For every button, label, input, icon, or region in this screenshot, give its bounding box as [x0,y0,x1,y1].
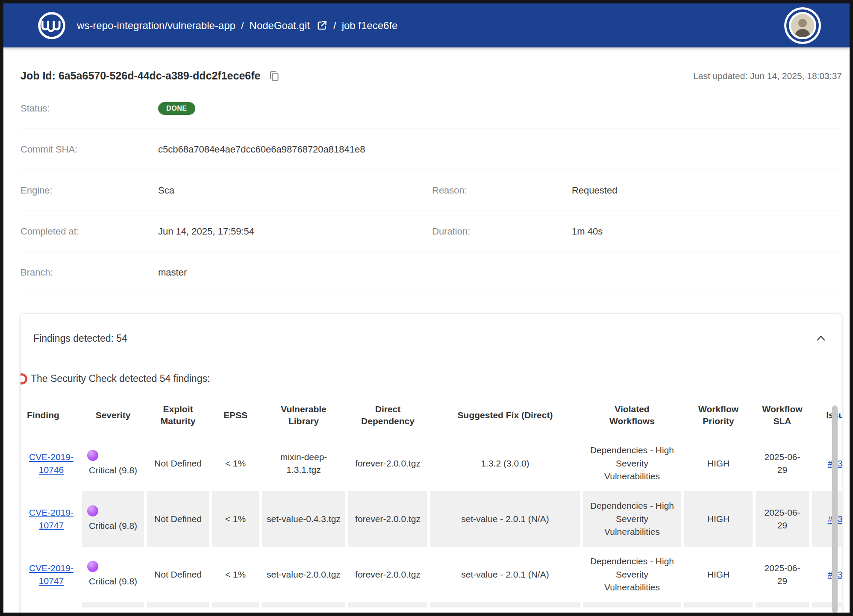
detail-row-status: Status: DONE [21,88,842,129]
cell-exploit: Not Defined [147,436,209,491]
cell-fix: 1.3.2 (3.0.0) [430,436,580,491]
detail-row-commit: Commit SHA: c5cb68a7084e4ae7dcc60e6a9876… [21,129,842,170]
cell-dependency: forever-2.0.0.tgz [348,436,427,491]
cell-severity [82,602,144,607]
cell-dependency: forever-2.0.0.tgz [348,547,427,602]
cell-priority: HIGH [684,436,753,491]
cell-fix: set-value - 2.0.1 (N/A) [430,491,580,547]
commit-sha-value: c5cb68a7084e4ae7dcc60e6a98768720a81841e8 [158,144,432,155]
job-header: Job Id: 6a5a6570-526d-44dc-a389-ddc2f1ec… [21,70,842,82]
column-header-severity: Severity [82,395,144,436]
finding-row [24,602,842,607]
alert-icon [21,373,27,384]
cell-epss: < 1% [212,436,259,491]
status-label: Status: [21,103,158,114]
cell-epss [212,602,259,607]
reason-label: Reason: [432,185,572,196]
breadcrumb: ws-repo-integration/vulnerable-app / Nod… [77,20,397,32]
cell-finding: CVE-2019-10747 [24,547,79,602]
column-header-workflows: Violated Workflows [583,395,681,436]
breadcrumb-job: job f1ece6fe [342,20,398,32]
commit-sha-label: Commit SHA: [21,144,158,155]
status-badge: DONE [158,102,195,115]
cell-priority: HIGH [684,491,753,547]
cell-workflows: Dependencies - High Severity Vulnerabili… [583,436,681,491]
table-header-row: FindingSeverityExploit MaturityEPSSVulne… [24,395,842,436]
cell-sla [756,602,809,607]
findings-intro: The Security Check detected 54 findings: [21,373,842,384]
cell-priority: HIGH [684,547,753,602]
external-link-icon[interactable] [316,20,328,31]
job-id-title: Job Id: 6a5a6570-526d-44dc-a389-ddc2f1ec… [21,70,280,82]
vertical-scrollbar[interactable] [832,405,838,613]
completed-at-value: Jun 14, 2025, 17:59:54 [158,226,432,237]
mend-logo-icon[interactable] [38,12,66,40]
completed-at-label: Completed at: [21,226,158,237]
findings-card: Findings detected: 54 The Security Check… [21,314,842,616]
last-updated-text: Last updated: Jun 14, 2025, 18:03:37 [693,71,842,82]
cell-workflows: Dependencies - High Severity Vulnerabili… [583,491,681,547]
finding-row: CVE-2019-10747Critical (9.8)Not Defined<… [24,491,842,547]
cell-library: set-value-2.0.0.tgz [262,547,345,602]
column-header-sla: Workflow SLA [756,395,809,436]
duration-label: Duration: [432,226,572,237]
top-navbar: ws-repo-integration/vulnerable-app / Nod… [3,3,850,47]
cell-sla: 2025-06-29 [756,436,809,491]
cell-dependency [348,602,427,607]
severity-text: Critical (9.8) [89,576,137,586]
finding-row: CVE-2019-10747Critical (9.8)Not Defined<… [24,547,842,602]
findings-table: FindingSeverityExploit MaturityEPSSVulne… [21,395,842,607]
column-header-epss: EPSS [212,395,259,436]
user-avatar[interactable] [789,12,816,39]
cell-epss: < 1% [212,547,259,602]
branch-value: master [158,267,432,278]
cell-priority [684,602,753,607]
finding-row: CVE-2019-10746Critical (9.8)Not Defined<… [24,436,842,491]
collapse-chevron-up-icon[interactable] [815,332,827,345]
cell-workflows [583,602,681,607]
reason-value: Requested [572,185,842,196]
severity-dot [87,450,98,461]
detail-row-completed-duration: Completed at: Jun 14, 2025, 17:59:54 Dur… [21,211,842,252]
detail-row-engine-reason: Engine: Sca Reason: Requested [21,170,842,211]
severity-dot [87,561,98,572]
breadcrumb-project-link[interactable]: NodeGoat.git [250,20,310,32]
cell-sla: 2025-06-29 [756,547,809,602]
cell-finding: CVE-2019-10746 [24,436,79,491]
job-id-label: Job Id: [21,70,56,82]
cell-exploit: Not Defined [147,491,209,547]
copy-icon[interactable] [269,70,280,82]
cell-exploit [147,602,209,607]
cell-finding [24,602,79,607]
engine-value: Sca [158,185,432,196]
severity-dot [87,505,98,516]
main-content: Job Id: 6a5a6570-526d-44dc-a389-ddc2f1ec… [3,70,850,616]
cell-library: mixin-deep-1.3.1.tgz [262,436,345,491]
cell-severity: Critical (9.8) [82,547,144,602]
cell-sla: 2025-06-29 [756,491,809,547]
findings-card-header: Findings detected: 54 [21,326,842,345]
breadcrumb-repo-link[interactable]: ws-repo-integration/vulnerable-app [77,20,235,32]
branch-label: Branch: [21,267,158,278]
cell-severity: Critical (9.8) [82,436,144,491]
cell-workflows: Dependencies - High Severity Vulnerabili… [583,547,681,602]
job-results-page: { "navbar": { "breadcrumb": { "repo": "w… [0,0,853,616]
cell-library [262,602,345,607]
cve-link[interactable]: CVE-2019-10746 [29,452,74,475]
column-header-dependency: Direct Dependency [348,395,427,436]
cell-library: set-value-0.4.3.tgz [262,491,345,547]
column-header-fix: Suggested Fix (Direct) [430,395,580,436]
job-id-value: 6a5a6570-526d-44dc-a389-ddc2f1ece6fe [59,70,261,82]
engine-label: Engine: [21,185,158,196]
column-header-exploit: Exploit Maturity [147,395,209,436]
breadcrumb-separator: / [333,20,336,32]
cell-fix: set-value - 2.0.1 (N/A) [430,547,580,602]
cve-link[interactable]: CVE-2019-10747 [29,507,74,530]
cell-dependency: forever-2.0.0.tgz [348,491,427,547]
job-details: Status: DONE Commit SHA: c5cb68a7084e4ae… [21,88,842,293]
cve-link[interactable]: CVE-2019-10747 [29,563,74,586]
cell-fix [430,602,580,607]
cell-finding: CVE-2019-10747 [24,491,79,547]
cell-exploit: Not Defined [147,547,209,602]
column-header-library: Vulnerable Library [262,395,345,436]
